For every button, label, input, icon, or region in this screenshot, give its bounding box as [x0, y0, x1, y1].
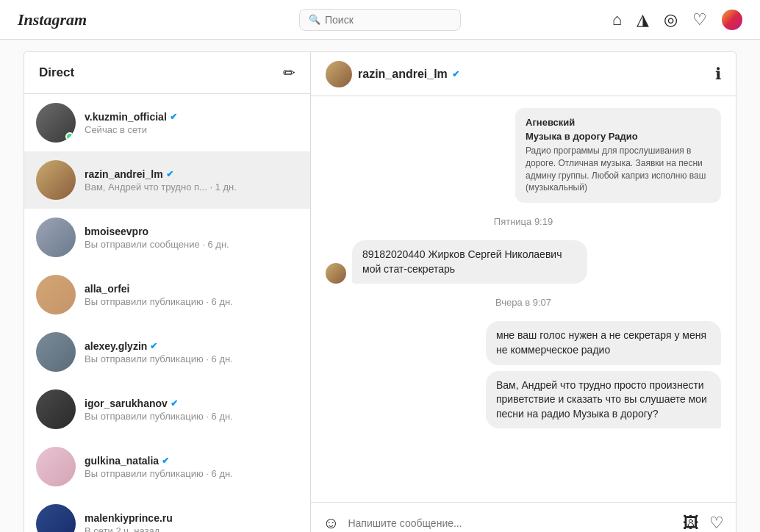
conversation-item[interactable]: razin_andrei_lm✔Вам, Андрей что трудно п… — [24, 151, 310, 209]
message-bubble: Вам, Андрей что трудно просто произнести… — [486, 371, 721, 429]
messages-area: Агневский Музыка в дорогу Радио Радио пр… — [311, 96, 736, 502]
direct-sidebar: Direct ✏ v.kuzmin_official✔Сейчас в сети… — [24, 52, 311, 532]
chat-input-bar: ☺ 🖼 ♡ — [311, 502, 736, 532]
compose-icon[interactable]: ✏ — [283, 64, 295, 82]
forwarded-from: Агневский — [526, 117, 711, 128]
verified-badge: ✔ — [170, 112, 177, 122]
conv-preview: Вам, Андрей что трудно п... · 1 дн. — [85, 181, 298, 193]
chat-avatar — [326, 61, 352, 87]
conversation-item[interactable]: igor_sarukhanov✔Вы отправили публикацию … — [24, 381, 310, 438]
message-row: Вам, Андрей что трудно просто произнести… — [486, 371, 721, 429]
forwarded-title: Музыка в дорогу Радио — [526, 131, 711, 142]
conv-avatar — [36, 275, 76, 314]
emoji-button[interactable]: ☺ — [323, 514, 339, 533]
direct-header: Direct ✏ — [24, 52, 310, 94]
conversation-item[interactable]: gulkina_natalia✔Вы отправили публикацию … — [24, 438, 310, 495]
conversation-list: v.kuzmin_official✔Сейчас в сетиrazin_and… — [24, 94, 310, 532]
date-separator: Пятница 9:19 — [326, 216, 721, 227]
chat-username: razin_andrei_lm ✔ — [358, 68, 459, 81]
conv-info: v.kuzmin_official✔Сейчас в сети — [85, 111, 298, 135]
conv-avatar — [36, 389, 76, 429]
conv-avatar — [36, 332, 76, 372]
message-row: мне ваш голос нужен а не секретаря у мен… — [486, 321, 721, 364]
input-actions: 🖼 ♡ — [683, 514, 724, 533]
conv-avatar — [36, 504, 76, 532]
conv-name: alexey.glyzin✔ — [85, 340, 298, 352]
instagram-logo: Instagram — [18, 10, 87, 29]
conv-name: gulkina_natalia✔ — [85, 455, 298, 467]
conv-name: alla_orfei — [85, 283, 298, 295]
conv-name: razin_andrei_lm✔ — [85, 168, 298, 180]
date-separator: Вчера в 9:07 — [326, 297, 721, 308]
image-icon[interactable]: 🖼 — [683, 514, 699, 533]
profile-avatar[interactable] — [722, 10, 742, 30]
conversation-item[interactable]: bmoiseevproВы отправили сообщение · 6 дн… — [24, 209, 310, 266]
search-icon: 🔍 — [309, 14, 320, 25]
conv-name: bmoiseevpro — [85, 226, 298, 237]
compass-icon[interactable]: ◎ — [664, 10, 678, 29]
online-indicator — [65, 132, 74, 141]
verified-badge: ✔ — [166, 169, 173, 179]
conversation-item[interactable]: alla_orfeiВы отправили публикацию · 6 дн… — [24, 266, 310, 323]
message-input[interactable] — [348, 517, 674, 529]
top-navigation: Instagram 🔍 ⌂ ◮ ◎ ♡ — [0, 0, 760, 40]
message-row: 89182020440 Жирков Сергей Николаевич мой… — [326, 240, 587, 284]
forwarded-desc: Радио программы для прослушивания в доро… — [526, 145, 711, 194]
nav-icons: ⌂ ◮ ◎ ♡ — [612, 10, 742, 30]
conv-avatar — [36, 160, 76, 200]
conv-info: bmoiseevproВы отправили сообщение · 6 дн… — [85, 226, 298, 250]
chat-panel: razin_andrei_lm ✔ ℹ Агневский Музыка в д… — [311, 52, 736, 532]
conv-info: alla_orfeiВы отправили публикацию · 6 дн… — [85, 283, 298, 307]
conv-name: v.kuzmin_official✔ — [85, 111, 298, 123]
conv-avatar — [36, 218, 76, 257]
conv-name: malenkiyprince.ru — [85, 512, 298, 524]
conv-preview: Вы отправили публикацию · 6 дн. — [85, 353, 298, 364]
conv-preview: В сети 2 ч. назад — [85, 525, 298, 533]
message-avatar — [326, 263, 346, 284]
main-content: Direct ✏ v.kuzmin_official✔Сейчас в сети… — [24, 51, 736, 532]
like-icon[interactable]: ♡ — [709, 514, 724, 533]
info-icon[interactable]: ℹ — [715, 65, 721, 84]
send-icon[interactable]: ◮ — [637, 10, 649, 29]
search-bar[interactable]: 🔍 — [299, 9, 461, 31]
search-input[interactable] — [325, 14, 442, 26]
conv-preview: Сейчас в сети — [85, 124, 298, 135]
chat-header: razin_andrei_lm ✔ ℹ — [311, 52, 736, 96]
conv-info: alexey.glyzin✔Вы отправили публикацию · … — [85, 340, 298, 364]
message-bubble: 89182020440 Жирков Сергей Николаевич мой… — [352, 240, 587, 284]
verified-badge: ✔ — [150, 341, 157, 351]
conv-name: igor_sarukhanov✔ — [85, 398, 298, 409]
conversation-item[interactable]: malenkiyprince.ruВ сети 2 ч. назад — [24, 495, 310, 532]
message-bubble: мне ваш голос нужен а не секретаря у мен… — [486, 321, 721, 364]
heart-icon[interactable]: ♡ — [692, 10, 707, 29]
direct-title: Direct — [39, 65, 74, 80]
conv-avatar — [36, 103, 76, 143]
verified-badge: ✔ — [452, 69, 459, 79]
forwarded-message: Агневский Музыка в дорогу Радио Радио пр… — [515, 108, 721, 203]
conv-info: malenkiyprince.ruВ сети 2 ч. назад — [85, 512, 298, 533]
conv-preview: Вы отправили публикацию · 6 дн. — [85, 296, 298, 307]
verified-badge: ✔ — [171, 398, 178, 409]
conversation-item[interactable]: v.kuzmin_official✔Сейчас в сети — [24, 94, 310, 151]
conversation-item[interactable]: alexey.glyzin✔Вы отправили публикацию · … — [24, 323, 310, 381]
conv-info: razin_andrei_lm✔Вам, Андрей что трудно п… — [85, 168, 298, 193]
conv-preview: Вы отправили публикацию · 6 дн. — [85, 468, 298, 479]
chat-header-left: razin_andrei_lm ✔ — [326, 61, 459, 87]
conv-info: gulkina_natalia✔Вы отправили публикацию … — [85, 455, 298, 479]
conv-preview: Вы отправили публикацию · 6 дн. — [85, 411, 298, 422]
conv-avatar — [36, 447, 76, 486]
conv-preview: Вы отправили сообщение · 6 дн. — [85, 239, 298, 250]
home-icon[interactable]: ⌂ — [612, 10, 622, 29]
verified-badge: ✔ — [162, 456, 169, 466]
conv-info: igor_sarukhanov✔Вы отправили публикацию … — [85, 398, 298, 422]
